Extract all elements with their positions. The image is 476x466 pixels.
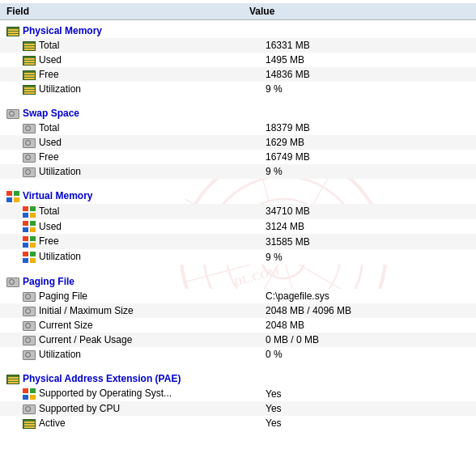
field-label: Utilization [39, 166, 81, 177]
value-cell: 2048 MB / 4096 MB [243, 303, 476, 318]
value-cell: 0 MB / 0 MB [243, 333, 476, 347]
section-header-paging-file: Paging File [0, 271, 476, 289]
section-header-pae: Physical Address Extension (PAE) [0, 368, 476, 386]
field-label: Total [39, 205, 59, 217]
field-cell: Current / Peak Usage [0, 333, 243, 347]
table-row: Utilization9 % [0, 164, 476, 179]
value-cell: 1495 MB [243, 53, 476, 67]
section-header-virtual-memory: Virtual Memory [0, 185, 476, 204]
field-label: Total [39, 122, 59, 133]
field-cell: Utilization [0, 347, 243, 362]
value-cell: 31585 MB [243, 234, 476, 249]
disk-icon [23, 350, 36, 360]
section-title-virtual-memory: Virtual Memory [23, 190, 92, 201]
field-cell: Used [0, 135, 243, 150]
value-cell: C:\pagefile.sys [243, 289, 476, 303]
table-header: Field Value [0, 3, 476, 20]
windows-icon [6, 191, 19, 202]
ram-icon [23, 56, 36, 66]
divider-row [0, 265, 476, 271]
value-cell: 14836 MB [243, 67, 476, 82]
field-cell: Active [0, 416, 243, 430]
field-label: Free [39, 151, 59, 163]
field-cell: Free [0, 67, 243, 82]
windows-icon [23, 236, 36, 248]
table-row: ActiveYes [0, 416, 476, 430]
field-label: Total [39, 40, 59, 51]
table-row: Utilization9 % [0, 249, 476, 265]
value-cell: 18379 MB [243, 121, 476, 135]
disk-icon [23, 138, 36, 148]
table-row: Paging FileC:\pagefile.sys [0, 289, 476, 303]
disk-icon [23, 336, 36, 345]
field-label: Used [39, 54, 62, 66]
windows-icon [23, 221, 36, 232]
field-cell: Supported by Operating Syst... [0, 386, 243, 401]
table-row: Used3124 MB [0, 219, 476, 235]
ram-icon [23, 419, 36, 429]
field-cell: Utilization [0, 164, 243, 179]
field-label: Free [39, 69, 59, 80]
table-row: Free14836 MB [0, 67, 476, 82]
table-row: Free16749 MB [0, 150, 476, 164]
field-label: Utilization [39, 83, 81, 95]
value-cell: 16749 MB [243, 150, 476, 164]
disk-icon [23, 321, 36, 331]
value-cell: 3124 MB [243, 219, 476, 235]
field-label: Used [39, 137, 62, 148]
section-title-paging-file: Paging File [23, 276, 74, 287]
disk-icon [23, 153, 36, 163]
section-title-physical-memory: Physical Memory [23, 25, 102, 36]
field-cell: Supported by CPU [0, 401, 243, 416]
disk-icon [23, 167, 36, 177]
value-cell: 34710 MB [243, 204, 476, 219]
section-title-swap-space: Swap Space [23, 108, 79, 119]
field-cell: Total [0, 121, 243, 135]
field-cell: Utilization [0, 249, 243, 265]
table-row: Total34710 MB [0, 204, 476, 219]
value-cell: 9 % [243, 249, 476, 265]
value-cell: 9 % [243, 164, 476, 179]
field-label: Used [39, 221, 62, 232]
field-label: Utilization [39, 251, 81, 262]
field-label: Active [39, 417, 66, 429]
field-cell: Free [0, 234, 243, 249]
field-cell: Initial / Maximum Size [0, 303, 243, 318]
field-cell: Total [0, 38, 243, 53]
field-label: Free [39, 235, 59, 247]
table-row: Supported by CPUYes [0, 401, 476, 416]
table-row: Initial / Maximum Size2048 MB / 4096 MB [0, 303, 476, 318]
field-label: Utilization [39, 349, 81, 360]
divider-row [0, 96, 476, 103]
header-value: Value [243, 3, 476, 20]
section-label-swap-space: Swap Space [0, 103, 476, 121]
field-cell: Used [0, 53, 243, 67]
value-cell: 2048 MB [243, 318, 476, 333]
field-label: Current Size [39, 320, 93, 331]
value-cell: Yes [243, 401, 476, 416]
ram-icon [23, 85, 36, 95]
value-cell: 0 % [243, 347, 476, 362]
ram-icon [6, 375, 19, 384]
ram-icon [23, 70, 36, 80]
value-cell: Yes [243, 386, 476, 401]
section-label-physical-memory: Physical Memory [0, 20, 476, 39]
table-row: Utilization0 % [0, 347, 476, 362]
disk-icon [6, 109, 19, 119]
field-label: Supported by Operating Syst... [39, 388, 172, 399]
windows-icon [23, 206, 36, 218]
disk-icon [23, 405, 36, 414]
header-field: Field [0, 3, 243, 20]
table-row: Used1629 MB [0, 135, 476, 150]
field-cell: Paging File [0, 289, 243, 303]
windows-icon [23, 252, 36, 263]
memory-info-table: Field Value Physical MemoryTotal16331 MB… [0, 3, 476, 430]
divider-row [0, 362, 476, 368]
disk-icon [23, 307, 36, 316]
field-label: Initial / Maximum Size [39, 305, 134, 316]
table-row: Free31585 MB [0, 234, 476, 249]
table-row: Current Size2048 MB [0, 318, 476, 333]
field-cell: Free [0, 150, 243, 164]
field-cell: Used [0, 219, 243, 235]
table-row: Total18379 MB [0, 121, 476, 135]
